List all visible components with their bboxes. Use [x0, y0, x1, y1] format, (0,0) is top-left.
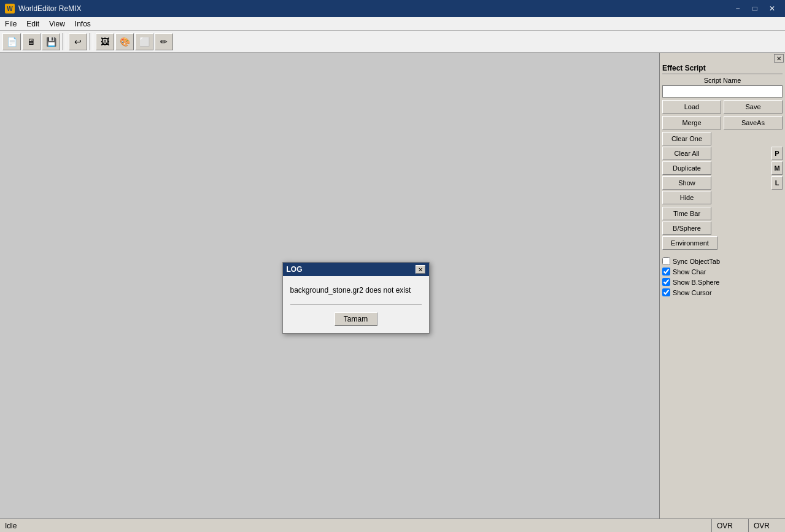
script-name-label: Script Name — [662, 77, 783, 84]
menu-infos[interactable]: Infos — [70, 18, 96, 29]
menu-view[interactable]: View — [44, 18, 70, 29]
bsphere-button[interactable]: B/Sphere — [662, 222, 711, 235]
toolbar-new-button[interactable]: 📄 — [2, 33, 21, 50]
load-save-row: Load Save — [662, 100, 783, 114]
toolbar-screen-button[interactable]: 🖥 — [22, 33, 41, 50]
right-panel: ✕ Effect Script Script Name Load Save Me… — [659, 53, 785, 519]
show-bsphere-label: Show B.Sphere — [673, 279, 719, 286]
sync-objecttab-checkbox[interactable] — [662, 257, 670, 265]
save-button[interactable]: Save — [724, 100, 783, 114]
action-buttons-col: Clear One Clear All Duplicate Show Hide — [662, 132, 770, 204]
dialog-ok-button[interactable]: Tamam — [334, 312, 377, 326]
dialog-body: background_stone.gr2 does not exist Tama… — [283, 276, 429, 333]
effect-script-title: Effect Script — [662, 64, 783, 74]
saveas-button[interactable]: SaveAs — [724, 116, 783, 129]
show-cursor-row: Show Cursor — [662, 288, 778, 296]
title-bar: W WorldEditor ReMIX − □ ✕ — [0, 0, 785, 17]
timebar-button[interactable]: Time Bar — [662, 207, 711, 220]
toolbar-window-button[interactable]: ⬜ — [135, 33, 153, 50]
merge-saveas-row: Merge SaveAs — [662, 116, 783, 129]
sync-objecttab-label: Sync ObjectTab — [673, 258, 720, 265]
dialog-separator — [290, 304, 422, 305]
l-button[interactable]: L — [771, 176, 783, 190]
dialog-title: LOG — [287, 265, 303, 274]
dialog-message: background_stone.gr2 does not exist — [290, 286, 422, 295]
status-segment-1: OVR — [711, 519, 748, 532]
p-button[interactable]: P — [771, 147, 783, 160]
log-dialog: LOG ✕ background_stone.gr2 does not exis… — [282, 262, 430, 334]
effect-script-section: Effect Script Script Name Load Save Merg… — [660, 61, 785, 301]
show-bsphere-row: Show B.Sphere — [662, 278, 778, 286]
main-area: ✕ Effect Script Script Name Load Save Me… — [0, 53, 785, 519]
hide-button[interactable]: Hide — [662, 191, 711, 204]
close-button[interactable]: ✕ — [764, 2, 780, 15]
status-bar: Idle OVR OVR — [0, 519, 785, 532]
show-char-label: Show Char — [673, 268, 706, 276]
environment-button[interactable]: Environment — [662, 236, 717, 250]
duplicate-button[interactable]: Duplicate — [662, 161, 711, 175]
m-button[interactable]: M — [771, 161, 783, 175]
status-segment-2: OVR — [748, 519, 785, 532]
checkboxes-section: Sync ObjectTab Show Char Show B.Sphere S… — [662, 255, 783, 299]
show-cursor-label: Show Cursor — [673, 289, 712, 296]
show-cursor-checkbox[interactable] — [662, 288, 670, 296]
clear-one-button[interactable]: Clear One — [662, 132, 711, 145]
minimize-button[interactable]: − — [730, 2, 746, 15]
menu-edit[interactable]: Edit — [21, 18, 44, 29]
extra-buttons: Time Bar B/Sphere Environment — [662, 207, 783, 250]
toolbar-image1-button[interactable]: 🖼 — [96, 33, 114, 50]
script-name-input[interactable] — [662, 85, 783, 98]
action-area: Clear One Clear All Duplicate Show Hide … — [662, 132, 783, 204]
menu-file[interactable]: File — [0, 18, 21, 29]
toolbar-undo-button[interactable]: ↩ — [69, 33, 87, 50]
pml-buttons: P M L — [771, 147, 783, 204]
status-text: Idle — [0, 522, 711, 530]
toolbar-palette-button[interactable]: 🎨 — [115, 33, 134, 50]
show-bsphere-checkbox[interactable] — [662, 278, 670, 286]
dialog-buttons: Tamam — [290, 312, 422, 326]
window-controls: − □ ✕ — [730, 2, 780, 15]
show-char-row: Show Char — [662, 268, 778, 276]
clear-all-button[interactable]: Clear All — [662, 147, 711, 160]
toolbar-separator-1 — [63, 33, 66, 50]
title-bar-left: W WorldEditor ReMIX — [5, 4, 81, 13]
toolbar-save-button[interactable]: 💾 — [42, 33, 60, 50]
toolbar-separator-2 — [90, 33, 93, 50]
toolbar-edit-button[interactable]: ✏ — [155, 33, 173, 50]
maximize-button[interactable]: □ — [747, 2, 763, 15]
app-title: WorldEditor ReMIX — [18, 4, 81, 13]
show-button[interactable]: Show — [662, 176, 711, 190]
dialog-title-bar: LOG ✕ — [283, 263, 429, 276]
sync-objecttab-row: Sync ObjectTab — [662, 257, 778, 265]
merge-button[interactable]: Merge — [662, 116, 721, 129]
load-button[interactable]: Load — [662, 100, 721, 114]
menu-bar: File Edit View Infos — [0, 17, 785, 31]
toolbar: 📄 🖥 💾 ↩ 🖼 🎨 ⬜ ✏ — [0, 31, 785, 53]
dialog-close-button[interactable]: ✕ — [416, 265, 425, 274]
app-icon: W — [5, 4, 15, 13]
show-char-checkbox[interactable] — [662, 268, 670, 276]
